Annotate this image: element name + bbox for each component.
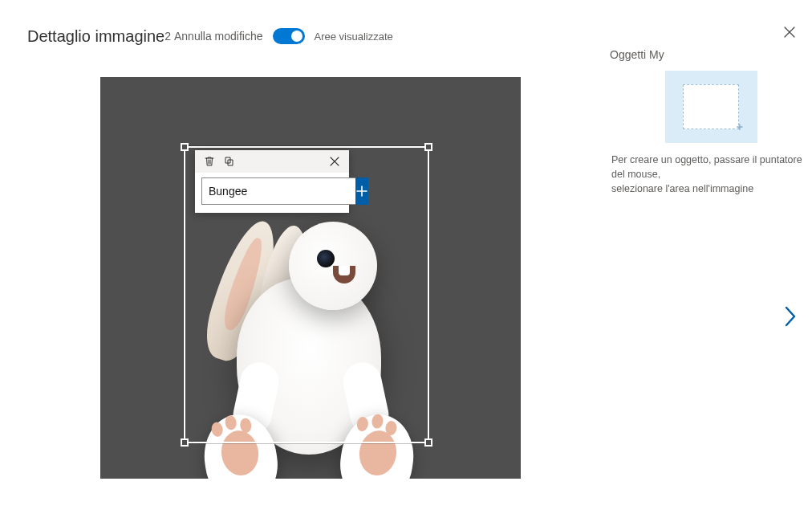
image-count: 2	[164, 30, 171, 43]
plus-icon	[355, 185, 368, 198]
new-object-placeholder[interactable]: +	[665, 71, 757, 143]
close-icon	[783, 26, 796, 39]
close-panel-button[interactable]	[325, 152, 344, 171]
plus-icon: +	[737, 120, 743, 133]
sidebar-hint: Per creare un oggetto, passare il puntat…	[610, 153, 812, 196]
tool-panel-header	[195, 150, 349, 173]
tag-name-input[interactable]	[201, 177, 355, 205]
region-tool-panel	[195, 150, 349, 213]
resize-handle-tl[interactable]	[181, 143, 189, 151]
hint-line-2: selezionare l'area nell'immagine	[611, 183, 753, 194]
toggle-knob	[291, 31, 302, 42]
sidebar-title: Oggetti My	[610, 48, 812, 61]
undo-changes-link[interactable]: Annulla modifiche	[174, 30, 263, 43]
detail-body: Oggetti My + Per creare un oggetto, pass…	[0, 48, 812, 481]
hint-line-1: Per creare un oggetto, passare il puntat…	[611, 154, 802, 180]
tag-input-row	[195, 173, 349, 213]
next-image-button[interactable]	[783, 305, 798, 328]
close-dialog-button[interactable]	[782, 24, 798, 40]
canvas-wrap	[48, 77, 573, 481]
regions-toggle-label: Aree visualizzate	[315, 31, 393, 43]
layers-icon	[223, 156, 235, 167]
delete-region-button[interactable]	[200, 152, 219, 171]
image-canvas[interactable]	[100, 77, 521, 479]
trash-icon	[204, 156, 215, 167]
chevron-right-icon	[783, 305, 798, 328]
resize-handle-bl[interactable]	[181, 438, 189, 447]
page-title: Dettaglio immagine	[27, 27, 164, 46]
add-tag-button[interactable]	[355, 177, 368, 205]
resize-handle-br[interactable]	[424, 438, 432, 447]
detail-header: Dettaglio immagine 2 Annulla modifiche A…	[0, 0, 812, 48]
layers-button[interactable]	[219, 152, 238, 171]
resize-handle-tr[interactable]	[424, 143, 432, 151]
objects-sidebar: Oggetti My + Per creare un oggetto, pass…	[610, 48, 812, 196]
regions-toggle[interactable]	[273, 28, 305, 44]
placeholder-dashed-box: +	[683, 84, 739, 129]
close-icon	[330, 157, 339, 166]
